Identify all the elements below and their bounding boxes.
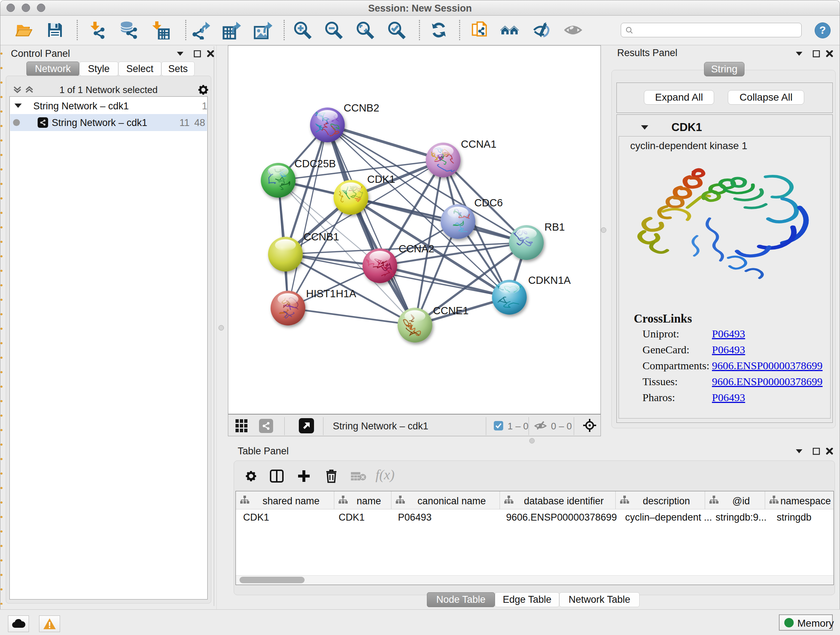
svg-text:CDC25B: CDC25B (294, 158, 336, 169)
svg-text:RB1: RB1 (545, 221, 565, 233)
svg-text:CCNA2: CCNA2 (399, 243, 434, 255)
svg-text:CDK1: CDK1 (367, 173, 395, 185)
svg-text:CCNE1: CCNE1 (433, 305, 469, 317)
svg-text:CDKN1A: CDKN1A (528, 274, 571, 286)
svg-text:CCNA1: CCNA1 (461, 138, 496, 150)
svg-text:HIST1H1A: HIST1H1A (306, 288, 356, 299)
svg-text:CCNB1: CCNB1 (303, 231, 339, 242)
svg-text:CDC6: CDC6 (474, 197, 503, 209)
svg-text:CCNB2: CCNB2 (344, 102, 379, 114)
